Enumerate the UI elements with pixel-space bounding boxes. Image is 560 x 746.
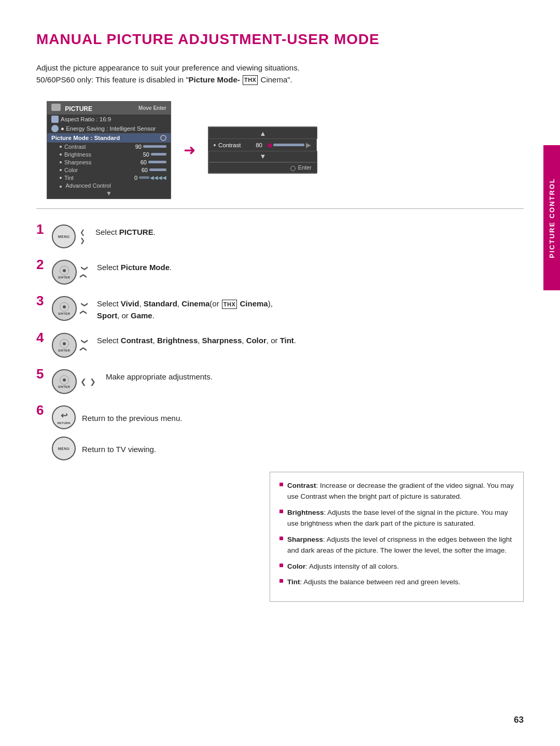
arrow-right: ➜: [184, 143, 195, 158]
step-3: 3 ENTER ❮ ❮ Select Vivid, Standard, Cine…: [36, 296, 524, 321]
step-5-text: Make appropriate adjustments.: [106, 371, 213, 383]
contrast-panel: ▲ Contrast 80 ◀ ▶ ▼ Enter: [208, 126, 317, 173]
menu-icon: [51, 104, 61, 111]
step-3-text: Select Vivid, Standard, Cinema(or THX Ci…: [97, 298, 273, 321]
bullet-sharpness: Sharpness: Adjusts the level of crispnes…: [279, 534, 514, 556]
menu-btn-6: MENU: [52, 437, 76, 460]
step-6-menu-text: Return to TV viewing.: [82, 444, 156, 456]
submenu-tint: Tint 0 ◀◀◀◀: [47, 174, 171, 181]
nav-updown-4: ❮ ❮: [79, 337, 89, 353]
return-btn: ↩ RETURN: [52, 405, 76, 429]
step-5-icons: ENTER ❮ ❯: [52, 369, 97, 394]
enter-btn-3: ENTER: [52, 296, 77, 321]
enter-btn-5: ENTER: [52, 369, 77, 394]
step-1-icons: MENU ❮ ❯: [52, 224, 87, 248]
submenu-sharpness: Sharpness 60: [47, 158, 171, 166]
picture-menu: PICTURE Move Enter Aspect Ratio : 16:9 ●…: [47, 101, 171, 199]
step-1-text: Select PICTURE.: [95, 227, 156, 238]
step-4: 4 ENTER ❮ ❮ Select Contrast, Brightness,…: [36, 333, 524, 358]
step-2-text: Select Picture Mode.: [97, 262, 172, 274]
submenu-brightness: Brightness 50: [47, 150, 171, 158]
nav-leftright-5: ❮ ❯: [79, 377, 97, 386]
menu-remote-btn: MENU: [52, 224, 76, 248]
submenu-color: Color 60: [47, 166, 171, 174]
step-2: 2 ENTER ❮ ❮ Select Picture Mode.: [36, 260, 524, 285]
bottom-area: Contrast: Increase or decrease the gradi…: [36, 472, 524, 602]
submenu-advanced: Advanced Control: [47, 181, 171, 190]
intro-text: Adjust the picture appearance to suit yo…: [36, 62, 524, 86]
circle-icon: [160, 135, 166, 141]
steps-section: 1 MENU ❮ ❯ Select PICTURE. 2 ENTER: [36, 224, 524, 460]
enter-circle: [290, 166, 296, 171]
step-6-return-text: Return to the previous menu.: [82, 413, 182, 425]
step-4-text: Select Contrast, Brightness, Sharpness, …: [97, 335, 296, 347]
section-divider: [36, 208, 524, 209]
bullet-list: Contrast: Increase or decrease the gradi…: [270, 472, 524, 602]
menu-row-energy: ● Energy Saving : Intelligent Sensor: [47, 124, 171, 133]
step-5: 5 ENTER ❮ ❯ Make appropriate adjustments…: [36, 369, 524, 394]
aspect-icon: [51, 116, 59, 123]
bullet-tint: Tint: Adjusts the balance between red an…: [279, 577, 514, 588]
enter-btn-4: ENTER: [52, 333, 77, 358]
step-2-icons: ENTER ❮ ❮: [52, 260, 89, 285]
nav-updown-1: ❮ ❯: [78, 229, 87, 244]
menu-row-aspect: Aspect Ratio : 16:9: [47, 115, 171, 124]
step-1: 1 MENU ❮ ❯ Select PICTURE.: [36, 224, 524, 248]
thx-logo: THX: [243, 75, 258, 85]
bullet-brightness: Brightness: Adjusts the base level of th…: [279, 508, 514, 529]
step-3-icons: ENTER ❮ ❮: [52, 296, 89, 321]
energy-icon: [51, 125, 59, 132]
bullet-icon-color: [279, 564, 283, 567]
bullet-color: Color: Adjusts intensity of all colors.: [279, 561, 514, 572]
bullet-contrast: Contrast: Increase or decrease the gradi…: [279, 481, 514, 502]
menu-row-picture-mode: Picture Mode : Standard: [47, 133, 171, 143]
page-title: MANUAL PICTURE ADJUSTMENT-USER MODE: [36, 31, 524, 48]
bottom-left-spacer: [36, 472, 254, 602]
enter-btn-2: ENTER: [52, 260, 77, 285]
bullet-icon-contrast: [279, 483, 283, 486]
bullet-icon-tint: [279, 579, 283, 583]
submenu-contrast: Contrast 90: [47, 143, 171, 150]
bullet-icon-brightness: [279, 510, 283, 513]
nav-updown-2: ❮ ❮: [79, 264, 89, 280]
thx-logo-step3: THX: [222, 300, 237, 309]
page-number: 63: [514, 715, 524, 725]
contrast-row: Contrast 80 ◀ ▶: [208, 139, 316, 151]
step-6: 6 ↩ RETURN Return to the previous menu. …: [36, 405, 524, 460]
nav-updown-3: ❮ ❮: [79, 301, 89, 316]
bullet-icon-sharpness: [279, 537, 283, 540]
menu-illustration: PICTURE Move Enter Aspect Ratio : 16:9 ●…: [47, 101, 524, 199]
step-4-icons: ENTER ❮ ❮: [52, 333, 89, 358]
